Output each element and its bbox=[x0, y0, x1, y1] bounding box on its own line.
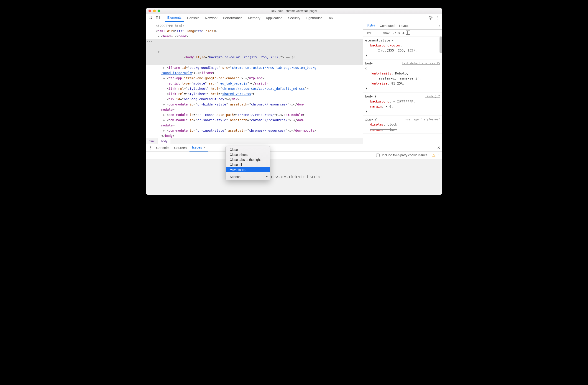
tab-application[interactable]: Application bbox=[263, 14, 285, 22]
svg-line-8 bbox=[429, 16, 430, 17]
styles-tabs-overflow[interactable]: » bbox=[439, 22, 442, 29]
issues-count: 0 bbox=[438, 153, 440, 157]
svg-line-9 bbox=[432, 19, 432, 19]
dom-line-html-open[interactable]: <html dir="ltr" lang="en" class> bbox=[146, 28, 363, 34]
style-rule[interactable]: user agent stylesheet body { display: bl… bbox=[363, 115, 442, 133]
dom-line-body-close[interactable]: </body> bbox=[146, 133, 363, 138]
tab-network[interactable]: Network bbox=[202, 14, 220, 22]
svg-point-12 bbox=[438, 16, 438, 17]
styles-rules[interactable]: element.style { background-color: rgb(25… bbox=[363, 37, 442, 144]
issues-body: No issues detected so far bbox=[146, 159, 442, 195]
crumb-body[interactable]: body bbox=[158, 138, 171, 144]
ctx-item-close-tabs-to-the-right[interactable]: Close tabs to the right bbox=[226, 157, 270, 162]
close-tab-icon[interactable]: ✕ bbox=[203, 146, 206, 149]
dom-line-link1[interactable]: <link rel="stylesheet" href="chrome://re… bbox=[146, 86, 363, 91]
dom-tree[interactable]: <!DOCTYPE html> <html dir="ltr" lang="en… bbox=[146, 22, 363, 138]
ctx-item-close-all[interactable]: Close all bbox=[226, 162, 270, 167]
dom-line-iframe[interactable]: ▶<iframe id="backgroundImage" src="chrom… bbox=[146, 65, 363, 70]
styles-tab-styles[interactable]: Styles bbox=[364, 22, 378, 29]
tab-context-menu: CloseClose othersClose tabs to the right… bbox=[226, 146, 270, 180]
svg-rect-2 bbox=[158, 16, 160, 19]
dom-line-div[interactable]: <div id="oneGoogleBarEndOfBody"></div> bbox=[146, 97, 363, 102]
close-window-button[interactable] bbox=[148, 10, 151, 12]
inspect-element-icon[interactable] bbox=[147, 14, 154, 22]
ctx-item-close[interactable]: Close bbox=[226, 147, 270, 152]
svg-point-15 bbox=[150, 146, 150, 147]
styles-filter-input[interactable] bbox=[364, 31, 380, 35]
dom-line-dm4[interactable]: ▶<dom-module id="cr-input-style" assetpa… bbox=[146, 128, 363, 133]
breadcrumb: htmlbody bbox=[146, 138, 363, 144]
main-tabs: ElementsConsoleNetworkPerformanceMemoryA… bbox=[165, 14, 325, 22]
issues-toolbar: Include third-party cookie issues ⚠ 0 bbox=[146, 152, 442, 159]
more-menu-icon[interactable] bbox=[436, 16, 440, 20]
dom-line-dm3-cont[interactable]: module> bbox=[146, 123, 363, 128]
dom-line-script[interactable]: <script type="module" src="new_tab_page.… bbox=[146, 81, 363, 86]
drawer-close-icon[interactable]: ✕ bbox=[437, 145, 441, 150]
dom-line-ntp-app[interactable]: ▶<ntp-app iframe-one-google-bar-enabled_… bbox=[146, 76, 363, 81]
dom-line-iframe-cont[interactable]: round_image?url=">…</iframe> bbox=[146, 70, 363, 76]
settings-gear-icon[interactable] bbox=[429, 16, 433, 20]
dom-line-dm1-cont[interactable]: module> bbox=[146, 107, 363, 112]
minimize-window-button[interactable] bbox=[153, 10, 156, 12]
tab-console[interactable]: Console bbox=[184, 14, 202, 22]
tab-performance[interactable]: Performance bbox=[220, 14, 245, 22]
drawer-tab-sources[interactable]: Sources bbox=[171, 144, 189, 151]
rule-selector: element.style { bbox=[365, 38, 440, 43]
style-rule[interactable]: text_defaults_md.css:25 body { font-fami… bbox=[363, 60, 442, 92]
tab-lighthouse[interactable]: Lighthouse bbox=[303, 14, 325, 22]
svg-point-13 bbox=[438, 18, 438, 18]
issues-warn-icon[interactable]: ⚠ bbox=[432, 153, 435, 157]
issues-empty-state: No issues detected so far bbox=[266, 174, 322, 180]
traffic-lights bbox=[148, 10, 160, 12]
style-rule[interactable]: element.style { background-color: rgb(25… bbox=[363, 37, 442, 60]
ua-stylesheet-label: user agent stylesheet bbox=[405, 117, 440, 122]
style-rule[interactable]: (index):7 body { background: ▸ #FFFFFF; … bbox=[363, 92, 442, 115]
svg-point-3 bbox=[430, 17, 431, 19]
styles-tab-layout[interactable]: Layout bbox=[397, 22, 411, 29]
hov-toggle[interactable]: :hov bbox=[382, 31, 391, 35]
tab-security[interactable]: Security bbox=[285, 14, 303, 22]
third-party-label: Include third-party cookie issues bbox=[382, 153, 427, 157]
rule-source-link[interactable]: (index):7 bbox=[425, 94, 440, 99]
third-party-checkbox[interactable] bbox=[376, 153, 380, 157]
drawer-tabs: ConsoleSourcesIssues✕✕ bbox=[146, 144, 442, 152]
dom-line-doctype[interactable]: <!DOCTYPE html> bbox=[146, 23, 363, 28]
ctx-item-speech[interactable]: Speech bbox=[226, 174, 270, 179]
color-swatch-icon[interactable] bbox=[397, 101, 399, 103]
drawer: ConsoleSourcesIssues✕✕ Include third-par… bbox=[146, 144, 442, 195]
styles-tab-computed[interactable]: Computed bbox=[378, 22, 397, 29]
svg-line-10 bbox=[429, 19, 430, 19]
device-toolbar-icon[interactable] bbox=[154, 14, 162, 22]
dom-line-dm2[interactable]: ▶<dom-module id="cr-icons" assetpath="ch… bbox=[146, 112, 363, 118]
main-tabs-overflow[interactable]: » bbox=[325, 14, 336, 22]
svg-point-14 bbox=[438, 19, 438, 20]
svg-line-11 bbox=[432, 16, 432, 17]
devtools-window: DevTools - chrome://new-tab-page/ Elemen… bbox=[146, 8, 442, 195]
window-titlebar: DevTools - chrome://new-tab-page/ bbox=[146, 8, 442, 14]
ctx-item-close-others[interactable]: Close others bbox=[226, 152, 270, 157]
dom-line-dm3[interactable]: ▶<dom-module id="cr-shared-style" assetp… bbox=[146, 118, 363, 123]
color-swatch-icon[interactable] bbox=[378, 49, 380, 52]
tab-elements[interactable]: Elements bbox=[165, 14, 185, 22]
drawer-more-icon[interactable] bbox=[147, 144, 153, 151]
zoom-window-button[interactable] bbox=[158, 10, 160, 12]
svg-point-16 bbox=[150, 147, 150, 148]
dom-line-link2[interactable]: <link rel="stylesheet" href="shared_vars… bbox=[146, 91, 363, 97]
window-title: DevTools - chrome://new-tab-page/ bbox=[146, 9, 442, 13]
styles-tabs: StylesComputedLayout» bbox=[363, 22, 442, 30]
drawer-tab-console[interactable]: Console bbox=[153, 144, 171, 151]
svg-point-17 bbox=[150, 149, 150, 150]
rule-source-link[interactable]: text_defaults_md.css:25 bbox=[402, 61, 440, 66]
ctx-item-move-to-top[interactable]: Move to top bbox=[226, 167, 270, 172]
drawer-tab-issues[interactable]: Issues✕ bbox=[189, 144, 208, 151]
cls-toggle[interactable]: .cls bbox=[392, 31, 401, 35]
dom-line-body-open[interactable]: ••• ▼ <body style="background-color: rgb… bbox=[146, 39, 363, 65]
tab-memory[interactable]: Memory bbox=[245, 14, 263, 22]
new-style-rule-button[interactable]: + bbox=[402, 31, 405, 35]
styles-filter-bar: :hov .cls + bbox=[363, 30, 442, 37]
dom-line-head[interactable]: ▶<head>…</head> bbox=[146, 34, 363, 39]
dom-line-dm1[interactable]: ▶<dom-module id="cr-hidden-style" assetp… bbox=[146, 102, 363, 107]
toggle-sidebar-icon[interactable] bbox=[406, 31, 410, 35]
crumb-html[interactable]: html bbox=[146, 138, 158, 144]
main-toolbar: ElementsConsoleNetworkPerformanceMemoryA… bbox=[146, 14, 442, 22]
